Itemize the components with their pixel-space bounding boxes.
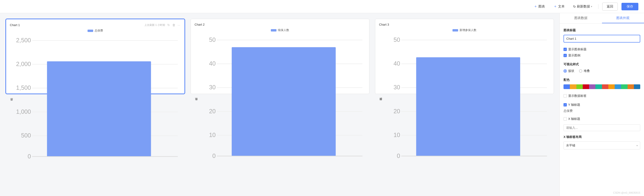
main-area: Chart 1 上次刷新 1 小时前 ↻ 🗑 ··· 总保费 总保费	[0, 13, 644, 196]
svg-text:0: 0	[212, 152, 216, 159]
show-legend-row[interactable]: 显示图例	[564, 53, 640, 58]
color-swatch-5[interactable]	[589, 84, 596, 89]
color-swatch-12[interactable]	[634, 84, 640, 89]
chart-title-input[interactable]	[564, 35, 640, 43]
x-axis-title-label: X 轴标题	[568, 117, 580, 121]
color-swatch-11[interactable]	[628, 84, 634, 89]
legend-label-2: 续保人数	[278, 28, 289, 32]
style-bar-label: 簇状	[568, 69, 574, 73]
color-palette[interactable]	[564, 84, 640, 89]
refresh-icon: ↻	[573, 5, 576, 9]
chart-legend-2: 续保人数	[194, 28, 366, 32]
style-bar-radio-icon	[564, 69, 567, 73]
y-axis-title-row[interactable]: Y 轴标题	[564, 103, 640, 107]
dropdown-arrow-icon: ▾	[636, 144, 638, 147]
svg-text:500: 500	[21, 132, 31, 139]
color-swatch-3[interactable]	[576, 84, 583, 89]
legend-color-2	[271, 29, 276, 32]
data-labels-checkbox[interactable]	[564, 94, 567, 98]
x-axis-layout-label: X 轴标签布局	[564, 135, 640, 139]
chart-card-3[interactable]: Chart 3 新增参保人数 新增参保人数 50	[375, 19, 554, 94]
data-labels-label: 显示数据标签	[568, 94, 586, 98]
svg-rect-12	[47, 61, 151, 156]
svg-rect-26	[232, 47, 336, 156]
save-button[interactable]: 保存	[622, 3, 638, 10]
toolbar: ＋ 图表 ＋ 文本 ↻ 刷新数据 ▾ 返回 保存	[0, 0, 644, 13]
color-swatch-2[interactable]	[570, 84, 576, 89]
chart-card-1[interactable]: Chart 1 上次刷新 1 小时前 ↻ 🗑 ··· 总保费 总保费	[6, 19, 185, 94]
color-swatch-7[interactable]	[602, 84, 608, 89]
color-section-label: 配色	[564, 78, 640, 82]
show-title-row[interactable]: 显示图表标题	[564, 47, 640, 52]
chart-header-2: Chart 2	[194, 23, 366, 26]
refresh-chart-icon-1[interactable]: ↻	[167, 23, 170, 27]
color-swatch-9[interactable]	[615, 84, 621, 89]
y-axis-title-label: Y 轴标题	[568, 103, 580, 107]
svg-text:20: 20	[209, 108, 216, 114]
x-axis-layout-select[interactable]: 水平铺 ▾	[564, 141, 640, 149]
chart-inner-2: 50 40 30 20 10 0	[199, 34, 366, 171]
viz-style-radio-group: 簇状 堆叠	[564, 69, 640, 73]
color-swatch-1[interactable]	[564, 84, 570, 89]
data-labels-row[interactable]: 显示数据标签	[564, 94, 640, 98]
data-labels-section: 显示数据标签	[564, 94, 640, 98]
x-axis-title-checkbox[interactable]	[564, 117, 567, 121]
chart-body-2: 续保人数 50 40 30 20 10 0	[194, 34, 366, 171]
chart-card-2[interactable]: Chart 2 续保人数 续保人数 50 40	[190, 19, 370, 94]
color-swatch-4[interactable]	[583, 84, 589, 89]
footer-text: CSDN @m0_68635815	[613, 191, 640, 194]
delete-chart-icon-1[interactable]: 🗑	[172, 23, 176, 27]
plus-text-icon: ＋	[554, 4, 557, 9]
chart-header-1: Chart 1 上次刷新 1 小时前 ↻ 🗑 ···	[10, 23, 181, 27]
color-section: 配色	[564, 78, 640, 89]
right-panel: 图表数据 图表外观 图表标题 显示图表标题 显示图例	[560, 13, 644, 196]
return-button[interactable]: 返回	[602, 3, 618, 11]
chart-header-3: Chart 3	[379, 23, 550, 26]
svg-text:10: 10	[209, 132, 216, 138]
show-title-checkbox[interactable]	[564, 48, 567, 51]
color-swatch-6[interactable]	[596, 84, 602, 89]
svg-text:2,000: 2,000	[16, 61, 31, 67]
color-swatch-10[interactable]	[621, 84, 627, 89]
chart-svg-3: 50 40 30 20 10 0	[384, 34, 550, 171]
chart-svg-2: 50 40 30 20 10 0	[199, 34, 366, 171]
svg-text:2,500: 2,500	[16, 37, 31, 44]
toolbar-divider	[598, 4, 598, 9]
legend-label-1: 总保费	[94, 29, 103, 33]
legend-label-3: 新增参保人数	[460, 28, 476, 32]
x-axis-title-row[interactable]: X 轴标题	[564, 117, 640, 121]
x-axis-layout-value: 水平铺	[566, 143, 575, 148]
tab-chart-data[interactable]: 图表数据	[560, 13, 602, 23]
show-legend-checkbox[interactable]	[564, 54, 567, 57]
refresh-arrow-icon: ▾	[591, 5, 592, 8]
panel-content: 图表标题 显示图表标题 显示图例 可视化样式	[560, 24, 644, 196]
style-bar-radio[interactable]: 簇状	[564, 69, 574, 73]
show-title-label: 显示图表标题	[568, 47, 586, 52]
display-options-section: 显示图表标题 显示图例	[564, 47, 640, 58]
legend-color-3	[452, 29, 458, 32]
svg-rect-40	[416, 57, 520, 156]
more-chart-icon-1[interactable]: ···	[177, 23, 181, 27]
add-chart-label: 图表	[538, 5, 545, 9]
color-swatch-8[interactable]	[608, 84, 615, 89]
charts-area: Chart 1 上次刷新 1 小时前 ↻ 🗑 ··· 总保费 总保费	[0, 13, 560, 196]
y-axis-value: 总保费	[564, 109, 640, 113]
style-stack-radio[interactable]: 堆叠	[579, 69, 590, 73]
x-axis-input[interactable]	[564, 124, 640, 131]
svg-text:0: 0	[28, 153, 31, 159]
add-text-button[interactable]: ＋ 文本	[551, 3, 567, 10]
refresh-button[interactable]: ↻ 刷新数据 ▾	[571, 3, 594, 10]
viz-style-section: 可视化样式 簇状 堆叠	[564, 62, 640, 73]
chart-body-1: 总保费 2,500 2,000 1,500 1,000	[10, 35, 181, 171]
style-stack-radio-icon	[579, 69, 582, 73]
x-axis-section: X 轴标题	[564, 117, 640, 131]
chart-legend-3: 新增参保人数	[379, 28, 550, 32]
add-chart-button[interactable]: ＋ 图表	[531, 3, 547, 10]
svg-text:40: 40	[394, 60, 400, 67]
tab-chart-style[interactable]: 图表外观	[602, 13, 644, 23]
svg-text:50: 50	[394, 37, 400, 43]
svg-text:10: 10	[394, 132, 400, 138]
chart-title-section: 图表标题	[564, 28, 640, 43]
svg-text:30: 30	[209, 84, 216, 90]
y-axis-title-checkbox[interactable]	[564, 103, 567, 106]
